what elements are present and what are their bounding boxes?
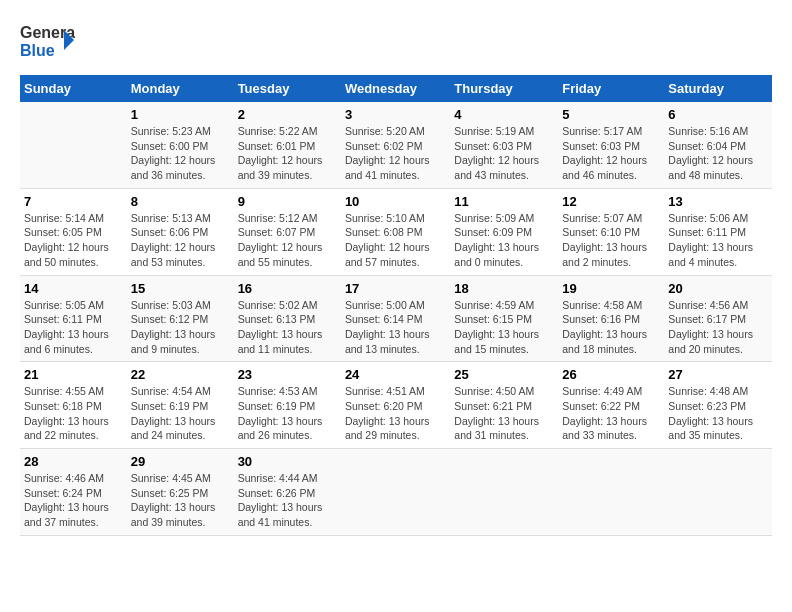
day-number: 22 (131, 367, 230, 382)
calendar-cell: 28Sunrise: 4:46 AM Sunset: 6:24 PM Dayli… (20, 449, 127, 536)
day-info: Sunrise: 5:14 AM Sunset: 6:05 PM Dayligh… (24, 211, 123, 270)
day-info: Sunrise: 4:58 AM Sunset: 6:16 PM Dayligh… (562, 298, 660, 357)
calendar-cell: 3Sunrise: 5:20 AM Sunset: 6:02 PM Daylig… (341, 102, 450, 188)
day-number: 21 (24, 367, 123, 382)
calendar-cell: 18Sunrise: 4:59 AM Sunset: 6:15 PM Dayli… (450, 275, 558, 362)
day-number: 2 (238, 107, 337, 122)
calendar-table: SundayMondayTuesdayWednesdayThursdayFrid… (20, 75, 772, 536)
day-number: 25 (454, 367, 554, 382)
calendar-cell: 17Sunrise: 5:00 AM Sunset: 6:14 PM Dayli… (341, 275, 450, 362)
day-number: 4 (454, 107, 554, 122)
calendar-cell: 20Sunrise: 4:56 AM Sunset: 6:17 PM Dayli… (664, 275, 772, 362)
day-info: Sunrise: 5:20 AM Sunset: 6:02 PM Dayligh… (345, 124, 446, 183)
week-row: 28Sunrise: 4:46 AM Sunset: 6:24 PM Dayli… (20, 449, 772, 536)
calendar-cell: 19Sunrise: 4:58 AM Sunset: 6:16 PM Dayli… (558, 275, 664, 362)
calendar-cell: 21Sunrise: 4:55 AM Sunset: 6:18 PM Dayli… (20, 362, 127, 449)
weekday-header-row: SundayMondayTuesdayWednesdayThursdayFrid… (20, 75, 772, 102)
day-number: 13 (668, 194, 768, 209)
calendar-cell (450, 449, 558, 536)
day-number: 26 (562, 367, 660, 382)
day-number: 18 (454, 281, 554, 296)
calendar-cell: 24Sunrise: 4:51 AM Sunset: 6:20 PM Dayli… (341, 362, 450, 449)
day-number: 17 (345, 281, 446, 296)
day-info: Sunrise: 4:45 AM Sunset: 6:25 PM Dayligh… (131, 471, 230, 530)
day-number: 28 (24, 454, 123, 469)
day-info: Sunrise: 5:19 AM Sunset: 6:03 PM Dayligh… (454, 124, 554, 183)
calendar-cell: 16Sunrise: 5:02 AM Sunset: 6:13 PM Dayli… (234, 275, 341, 362)
weekday-header-cell: Monday (127, 75, 234, 102)
calendar-cell: 22Sunrise: 4:54 AM Sunset: 6:19 PM Dayli… (127, 362, 234, 449)
weekday-header-cell: Wednesday (341, 75, 450, 102)
calendar-cell: 26Sunrise: 4:49 AM Sunset: 6:22 PM Dayli… (558, 362, 664, 449)
calendar-cell: 7Sunrise: 5:14 AM Sunset: 6:05 PM Daylig… (20, 188, 127, 275)
day-info: Sunrise: 4:44 AM Sunset: 6:26 PM Dayligh… (238, 471, 337, 530)
calendar-cell: 9Sunrise: 5:12 AM Sunset: 6:07 PM Daylig… (234, 188, 341, 275)
day-info: Sunrise: 4:53 AM Sunset: 6:19 PM Dayligh… (238, 384, 337, 443)
day-info: Sunrise: 5:16 AM Sunset: 6:04 PM Dayligh… (668, 124, 768, 183)
day-info: Sunrise: 4:49 AM Sunset: 6:22 PM Dayligh… (562, 384, 660, 443)
weekday-header-cell: Thursday (450, 75, 558, 102)
calendar-cell: 29Sunrise: 4:45 AM Sunset: 6:25 PM Dayli… (127, 449, 234, 536)
logo: General Blue (20, 20, 75, 65)
day-info: Sunrise: 5:10 AM Sunset: 6:08 PM Dayligh… (345, 211, 446, 270)
week-row: 14Sunrise: 5:05 AM Sunset: 6:11 PM Dayli… (20, 275, 772, 362)
calendar-cell: 5Sunrise: 5:17 AM Sunset: 6:03 PM Daylig… (558, 102, 664, 188)
day-number: 9 (238, 194, 337, 209)
day-number: 10 (345, 194, 446, 209)
calendar-cell: 8Sunrise: 5:13 AM Sunset: 6:06 PM Daylig… (127, 188, 234, 275)
calendar-cell: 1Sunrise: 5:23 AM Sunset: 6:00 PM Daylig… (127, 102, 234, 188)
calendar-cell: 10Sunrise: 5:10 AM Sunset: 6:08 PM Dayli… (341, 188, 450, 275)
weekday-header-cell: Tuesday (234, 75, 341, 102)
day-info: Sunrise: 4:48 AM Sunset: 6:23 PM Dayligh… (668, 384, 768, 443)
day-info: Sunrise: 5:17 AM Sunset: 6:03 PM Dayligh… (562, 124, 660, 183)
week-row: 21Sunrise: 4:55 AM Sunset: 6:18 PM Dayli… (20, 362, 772, 449)
day-number: 8 (131, 194, 230, 209)
calendar-cell: 14Sunrise: 5:05 AM Sunset: 6:11 PM Dayli… (20, 275, 127, 362)
day-info: Sunrise: 4:51 AM Sunset: 6:20 PM Dayligh… (345, 384, 446, 443)
calendar-cell: 6Sunrise: 5:16 AM Sunset: 6:04 PM Daylig… (664, 102, 772, 188)
day-number: 5 (562, 107, 660, 122)
day-number: 20 (668, 281, 768, 296)
page-header: General Blue (20, 20, 772, 65)
calendar-cell: 13Sunrise: 5:06 AM Sunset: 6:11 PM Dayli… (664, 188, 772, 275)
day-number: 23 (238, 367, 337, 382)
day-number: 14 (24, 281, 123, 296)
calendar-cell: 2Sunrise: 5:22 AM Sunset: 6:01 PM Daylig… (234, 102, 341, 188)
day-number: 19 (562, 281, 660, 296)
day-number: 6 (668, 107, 768, 122)
day-info: Sunrise: 5:09 AM Sunset: 6:09 PM Dayligh… (454, 211, 554, 270)
week-row: 1Sunrise: 5:23 AM Sunset: 6:00 PM Daylig… (20, 102, 772, 188)
day-info: Sunrise: 5:13 AM Sunset: 6:06 PM Dayligh… (131, 211, 230, 270)
calendar-cell: 12Sunrise: 5:07 AM Sunset: 6:10 PM Dayli… (558, 188, 664, 275)
calendar-cell: 30Sunrise: 4:44 AM Sunset: 6:26 PM Dayli… (234, 449, 341, 536)
day-info: Sunrise: 5:06 AM Sunset: 6:11 PM Dayligh… (668, 211, 768, 270)
calendar-cell (664, 449, 772, 536)
calendar-body: 1Sunrise: 5:23 AM Sunset: 6:00 PM Daylig… (20, 102, 772, 535)
weekday-header-cell: Sunday (20, 75, 127, 102)
day-info: Sunrise: 4:50 AM Sunset: 6:21 PM Dayligh… (454, 384, 554, 443)
day-number: 29 (131, 454, 230, 469)
day-number: 3 (345, 107, 446, 122)
day-info: Sunrise: 4:56 AM Sunset: 6:17 PM Dayligh… (668, 298, 768, 357)
calendar-cell: 27Sunrise: 4:48 AM Sunset: 6:23 PM Dayli… (664, 362, 772, 449)
day-info: Sunrise: 5:22 AM Sunset: 6:01 PM Dayligh… (238, 124, 337, 183)
svg-text:Blue: Blue (20, 42, 55, 59)
calendar-cell: 15Sunrise: 5:03 AM Sunset: 6:12 PM Dayli… (127, 275, 234, 362)
day-number: 7 (24, 194, 123, 209)
calendar-cell: 4Sunrise: 5:19 AM Sunset: 6:03 PM Daylig… (450, 102, 558, 188)
calendar-cell (341, 449, 450, 536)
calendar-cell: 25Sunrise: 4:50 AM Sunset: 6:21 PM Dayli… (450, 362, 558, 449)
day-number: 11 (454, 194, 554, 209)
week-row: 7Sunrise: 5:14 AM Sunset: 6:05 PM Daylig… (20, 188, 772, 275)
day-number: 16 (238, 281, 337, 296)
day-info: Sunrise: 5:12 AM Sunset: 6:07 PM Dayligh… (238, 211, 337, 270)
day-number: 12 (562, 194, 660, 209)
day-info: Sunrise: 4:46 AM Sunset: 6:24 PM Dayligh… (24, 471, 123, 530)
day-info: Sunrise: 4:59 AM Sunset: 6:15 PM Dayligh… (454, 298, 554, 357)
day-info: Sunrise: 5:23 AM Sunset: 6:00 PM Dayligh… (131, 124, 230, 183)
day-info: Sunrise: 4:54 AM Sunset: 6:19 PM Dayligh… (131, 384, 230, 443)
day-info: Sunrise: 4:55 AM Sunset: 6:18 PM Dayligh… (24, 384, 123, 443)
calendar-cell: 23Sunrise: 4:53 AM Sunset: 6:19 PM Dayli… (234, 362, 341, 449)
logo-icon: General Blue (20, 20, 75, 65)
day-number: 1 (131, 107, 230, 122)
